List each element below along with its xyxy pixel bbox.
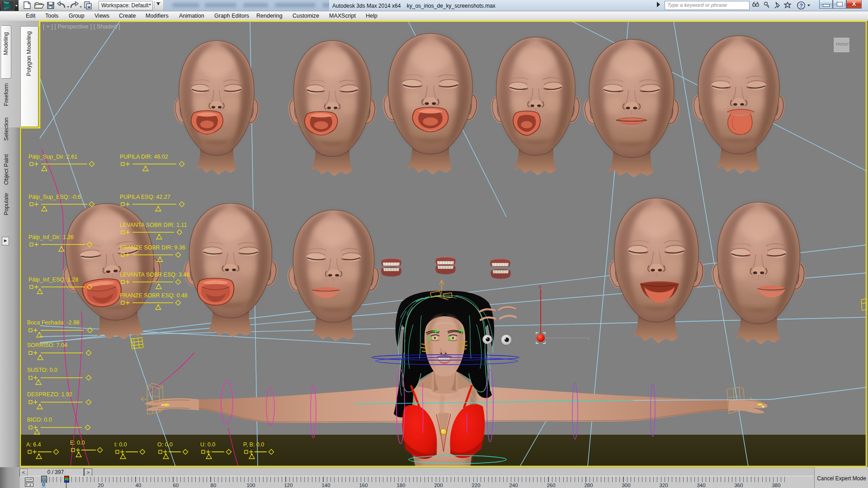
svg-text:[ + ] [ Perspective ] [ Shaded: [ + ] [ Perspective ] [ Shaded ] (43, 23, 120, 30)
svg-text:Pálp_Sup_Dir: 2.61: Pálp_Sup_Dir: 2.61 (28, 154, 77, 160)
svg-text:DESPREZO: 1.92: DESPREZO: 1.92 (27, 391, 72, 398)
svg-text:I: 0.0: I: 0.0 (114, 441, 127, 448)
svg-text:Boca Fechada: -2.98: Boca Fechada: -2.98 (27, 319, 80, 326)
svg-text:FRANZE SOBR ESQ: 0.48: FRANZE SOBR ESQ: 0.48 (120, 292, 188, 299)
svg-text:P, B: 0.0: P, B: 0.0 (243, 441, 264, 448)
svg-text:PUPILA DIR: 46.02: PUPILA DIR: 46.02 (120, 154, 168, 160)
svg-text:SORRISO: 7.04: SORRISO: 7.04 (27, 342, 67, 348)
svg-text:A: 6.4: A: 6.4 (26, 441, 41, 448)
svg-text:z: z (539, 284, 541, 289)
svg-text:?: ? (800, 3, 803, 9)
svg-text:U: 0.0: U: 0.0 (200, 441, 215, 448)
svg-text:Pálp_Inf_Dir: 1.26: Pálp_Inf_Dir: 1.26 (28, 234, 74, 240)
svg-text:x: x (587, 336, 590, 341)
svg-text:O: 0.0: O: 0.0 (157, 441, 173, 448)
svg-text:LEVANTA SOBR DIR: 1.11: LEVANTA SOBR DIR: 1.11 (120, 222, 187, 228)
svg-text:PUPILA ESQ: 42.27: PUPILA ESQ: 42.27 (120, 194, 170, 200)
svg-text:FRONT: FRONT (836, 42, 849, 47)
svg-text:SUSTO: 0.0: SUSTO: 0.0 (27, 367, 57, 373)
svg-text:E: 0.0: E: 0.0 (70, 440, 85, 446)
svg-text:FRANZE SOBR DIR: 9.36: FRANZE SOBR DIR: 9.36 (120, 244, 185, 251)
svg-text:Pálp_Sup_ESQ: -0.6: Pálp_Sup_ESQ: -0.6 (28, 194, 81, 200)
svg-text:BICO: 0.0: BICO: 0.0 (27, 417, 52, 423)
svg-text:Pálp_Inf_ESQ: 1.28: Pálp_Inf_ESQ: 1.28 (28, 277, 79, 283)
svg-text:LEVANTA SOBR ESQ: 3.48: LEVANTA SOBR ESQ: 3.48 (120, 272, 190, 278)
